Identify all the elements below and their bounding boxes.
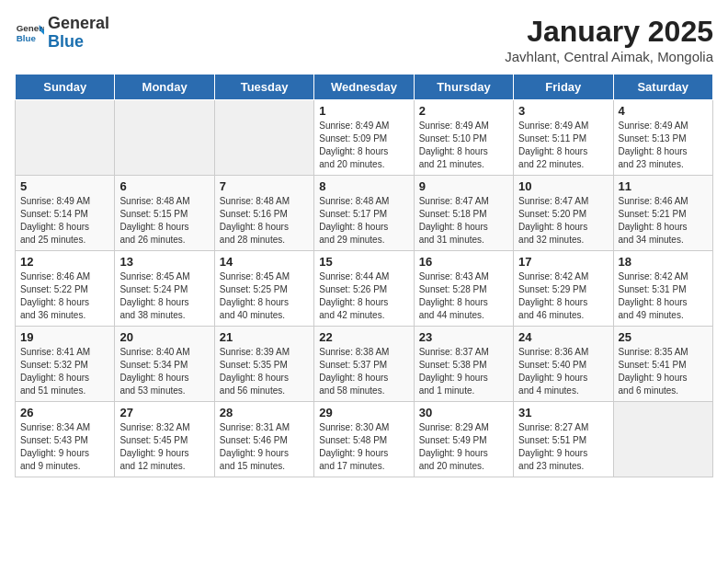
calendar-title: January 2025 bbox=[505, 15, 713, 49]
day-number: 2 bbox=[419, 104, 508, 118]
day-info: Sunrise: 8:46 AM Sunset: 5:22 PM Dayligh… bbox=[20, 270, 109, 322]
day-number: 5 bbox=[20, 179, 109, 193]
calendar-cell: 5Sunrise: 8:49 AM Sunset: 5:14 PM Daylig… bbox=[16, 176, 115, 251]
day-info: Sunrise: 8:47 AM Sunset: 5:20 PM Dayligh… bbox=[518, 195, 608, 247]
day-number: 28 bbox=[220, 406, 309, 419]
calendar-cell: 1Sunrise: 8:49 AM Sunset: 5:09 PM Daylig… bbox=[314, 100, 414, 176]
title-block: January 2025 Javhlant, Central Aimak, Mo… bbox=[505, 15, 713, 64]
calendar-week-row: 1Sunrise: 8:49 AM Sunset: 5:09 PM Daylig… bbox=[16, 100, 713, 176]
day-number: 8 bbox=[319, 179, 408, 193]
day-number: 10 bbox=[518, 179, 608, 193]
calendar-cell: 16Sunrise: 8:43 AM Sunset: 5:28 PM Dayli… bbox=[414, 251, 513, 327]
day-info: Sunrise: 8:45 AM Sunset: 5:24 PM Dayligh… bbox=[119, 270, 209, 322]
day-info: Sunrise: 8:47 AM Sunset: 5:18 PM Dayligh… bbox=[419, 195, 508, 247]
calendar-cell: 29Sunrise: 8:30 AM Sunset: 5:48 PM Dayli… bbox=[314, 402, 414, 477]
day-info: Sunrise: 8:44 AM Sunset: 5:26 PM Dayligh… bbox=[319, 270, 408, 322]
day-number: 27 bbox=[119, 406, 209, 419]
calendar-cell: 26Sunrise: 8:34 AM Sunset: 5:43 PM Dayli… bbox=[16, 402, 115, 477]
day-number: 11 bbox=[619, 179, 708, 193]
calendar-cell: 21Sunrise: 8:39 AM Sunset: 5:35 PM Dayli… bbox=[214, 327, 313, 402]
day-number: 25 bbox=[619, 330, 708, 344]
day-number: 6 bbox=[119, 179, 209, 193]
calendar-cell: 28Sunrise: 8:31 AM Sunset: 5:46 PM Dayli… bbox=[214, 402, 313, 477]
day-number: 19 bbox=[20, 330, 109, 344]
calendar-body: 1Sunrise: 8:49 AM Sunset: 5:09 PM Daylig… bbox=[16, 100, 713, 477]
day-info: Sunrise: 8:37 AM Sunset: 5:38 PM Dayligh… bbox=[419, 346, 508, 397]
calendar-week-row: 19Sunrise: 8:41 AM Sunset: 5:32 PM Dayli… bbox=[16, 327, 713, 402]
day-number: 14 bbox=[220, 255, 309, 269]
day-number: 26 bbox=[20, 406, 109, 419]
calendar-cell: 31Sunrise: 8:27 AM Sunset: 5:51 PM Dayli… bbox=[514, 402, 613, 477]
weekday-header-sunday: Sunday bbox=[16, 75, 115, 100]
day-info: Sunrise: 8:49 AM Sunset: 5:14 PM Dayligh… bbox=[20, 195, 109, 247]
day-info: Sunrise: 8:43 AM Sunset: 5:28 PM Dayligh… bbox=[419, 270, 508, 322]
day-info: Sunrise: 8:29 AM Sunset: 5:49 PM Dayligh… bbox=[419, 421, 508, 473]
calendar-cell: 23Sunrise: 8:37 AM Sunset: 5:38 PM Dayli… bbox=[414, 327, 513, 402]
calendar-cell: 14Sunrise: 8:45 AM Sunset: 5:25 PM Dayli… bbox=[214, 251, 313, 327]
calendar-cell bbox=[613, 402, 712, 477]
weekday-header-thursday: Thursday bbox=[414, 75, 513, 100]
day-number: 3 bbox=[518, 104, 608, 118]
day-info: Sunrise: 8:27 AM Sunset: 5:51 PM Dayligh… bbox=[518, 421, 608, 473]
day-info: Sunrise: 8:30 AM Sunset: 5:48 PM Dayligh… bbox=[319, 421, 408, 473]
calendar-cell: 18Sunrise: 8:42 AM Sunset: 5:31 PM Dayli… bbox=[613, 251, 712, 327]
weekday-header-saturday: Saturday bbox=[613, 75, 712, 100]
day-info: Sunrise: 8:35 AM Sunset: 5:41 PM Dayligh… bbox=[619, 346, 708, 397]
calendar-cell: 30Sunrise: 8:29 AM Sunset: 5:49 PM Dayli… bbox=[414, 402, 513, 477]
day-info: Sunrise: 8:34 AM Sunset: 5:43 PM Dayligh… bbox=[20, 421, 109, 473]
weekday-header-row: SundayMondayTuesdayWednesdayThursdayFrid… bbox=[16, 75, 713, 100]
day-info: Sunrise: 8:48 AM Sunset: 5:15 PM Dayligh… bbox=[119, 195, 209, 247]
day-number: 13 bbox=[119, 255, 209, 269]
day-info: Sunrise: 8:48 AM Sunset: 5:17 PM Dayligh… bbox=[319, 195, 408, 247]
day-number: 20 bbox=[119, 330, 209, 344]
svg-text:Blue: Blue bbox=[17, 33, 37, 43]
calendar-cell: 7Sunrise: 8:48 AM Sunset: 5:16 PM Daylig… bbox=[214, 176, 313, 251]
day-number: 7 bbox=[220, 179, 309, 193]
day-number: 12 bbox=[20, 255, 109, 269]
calendar-cell: 13Sunrise: 8:45 AM Sunset: 5:24 PM Dayli… bbox=[115, 251, 214, 327]
calendar-week-row: 12Sunrise: 8:46 AM Sunset: 5:22 PM Dayli… bbox=[16, 251, 713, 327]
calendar-cell: 6Sunrise: 8:48 AM Sunset: 5:15 PM Daylig… bbox=[115, 176, 214, 251]
logo-icon: General Blue bbox=[15, 18, 44, 48]
day-number: 4 bbox=[619, 104, 708, 118]
calendar-cell: 4Sunrise: 8:49 AM Sunset: 5:13 PM Daylig… bbox=[613, 100, 712, 176]
day-info: Sunrise: 8:32 AM Sunset: 5:45 PM Dayligh… bbox=[119, 421, 209, 473]
page-header: General Blue General Blue January 2025 J… bbox=[15, 15, 713, 64]
calendar-cell bbox=[214, 100, 313, 176]
day-number: 29 bbox=[319, 406, 408, 419]
day-info: Sunrise: 8:31 AM Sunset: 5:46 PM Dayligh… bbox=[220, 421, 309, 473]
day-info: Sunrise: 8:49 AM Sunset: 5:13 PM Dayligh… bbox=[619, 120, 708, 171]
day-info: Sunrise: 8:49 AM Sunset: 5:09 PM Dayligh… bbox=[319, 120, 408, 171]
day-number: 15 bbox=[319, 255, 408, 269]
calendar-cell: 19Sunrise: 8:41 AM Sunset: 5:32 PM Dayli… bbox=[16, 327, 115, 402]
logo-general-text: General bbox=[48, 14, 109, 32]
calendar-cell: 24Sunrise: 8:36 AM Sunset: 5:40 PM Dayli… bbox=[514, 327, 613, 402]
day-number: 24 bbox=[518, 330, 608, 344]
logo-blue-text: Blue bbox=[48, 32, 84, 51]
calendar-week-row: 26Sunrise: 8:34 AM Sunset: 5:43 PM Dayli… bbox=[16, 402, 713, 477]
day-number: 1 bbox=[319, 104, 408, 118]
calendar-cell: 17Sunrise: 8:42 AM Sunset: 5:29 PM Dayli… bbox=[514, 251, 613, 327]
calendar-cell: 9Sunrise: 8:47 AM Sunset: 5:18 PM Daylig… bbox=[414, 176, 513, 251]
day-number: 22 bbox=[319, 330, 408, 344]
day-info: Sunrise: 8:36 AM Sunset: 5:40 PM Dayligh… bbox=[518, 346, 608, 397]
weekday-header-wednesday: Wednesday bbox=[314, 75, 414, 100]
calendar-cell: 3Sunrise: 8:49 AM Sunset: 5:11 PM Daylig… bbox=[514, 100, 613, 176]
weekday-header-friday: Friday bbox=[514, 75, 613, 100]
weekday-header-tuesday: Tuesday bbox=[214, 75, 313, 100]
calendar-cell: 25Sunrise: 8:35 AM Sunset: 5:41 PM Dayli… bbox=[613, 327, 712, 402]
calendar-cell: 15Sunrise: 8:44 AM Sunset: 5:26 PM Dayli… bbox=[314, 251, 414, 327]
day-info: Sunrise: 8:39 AM Sunset: 5:35 PM Dayligh… bbox=[220, 346, 309, 397]
calendar-cell: 8Sunrise: 8:48 AM Sunset: 5:17 PM Daylig… bbox=[314, 176, 414, 251]
day-number: 9 bbox=[419, 179, 508, 193]
day-info: Sunrise: 8:38 AM Sunset: 5:37 PM Dayligh… bbox=[319, 346, 408, 397]
day-info: Sunrise: 8:42 AM Sunset: 5:31 PM Dayligh… bbox=[619, 270, 708, 322]
day-number: 30 bbox=[419, 406, 508, 419]
day-number: 16 bbox=[419, 255, 508, 269]
day-number: 18 bbox=[619, 255, 708, 269]
day-info: Sunrise: 8:46 AM Sunset: 5:21 PM Dayligh… bbox=[619, 195, 708, 247]
calendar-cell bbox=[115, 100, 214, 176]
calendar-week-row: 5Sunrise: 8:49 AM Sunset: 5:14 PM Daylig… bbox=[16, 176, 713, 251]
calendar-cell: 11Sunrise: 8:46 AM Sunset: 5:21 PM Dayli… bbox=[613, 176, 712, 251]
calendar-cell: 12Sunrise: 8:46 AM Sunset: 5:22 PM Dayli… bbox=[16, 251, 115, 327]
